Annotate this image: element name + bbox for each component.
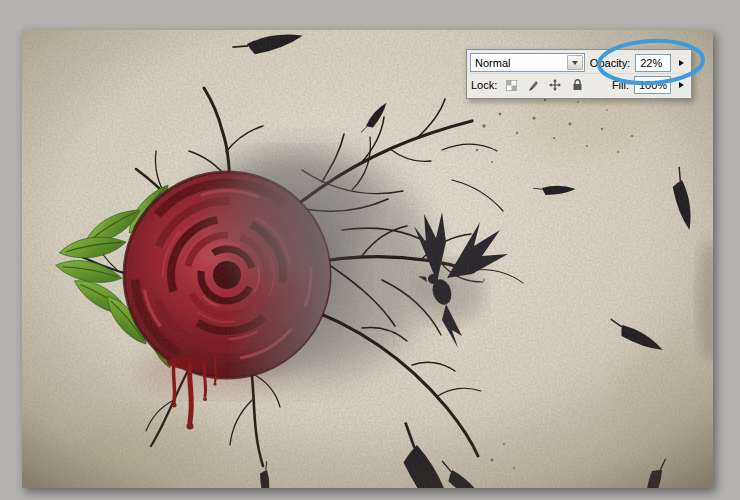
opacity-label: Opacity: (589, 57, 631, 69)
fill-label: Fill: (611, 79, 630, 91)
arrow-right-icon (679, 82, 684, 88)
fill-value: 100% (639, 79, 667, 91)
opacity-value: 22% (640, 57, 662, 69)
fill-popup-arrow-button[interactable] (675, 76, 688, 94)
checkerboard-icon (506, 80, 517, 91)
photoshop-workspace: Normal Opacity: 22% Lock: (0, 0, 740, 500)
blend-opacity-row: Normal Opacity: 22% (470, 52, 688, 74)
fill-input[interactable]: 100% (634, 76, 671, 94)
blend-mode-value: Normal (471, 57, 567, 69)
lock-all-button[interactable] (568, 77, 586, 94)
padlock-icon (572, 79, 583, 91)
lock-label: Lock: (470, 79, 498, 91)
layers-options-panel: Normal Opacity: 22% Lock: (466, 49, 692, 99)
brush-icon (527, 79, 539, 91)
lock-position-button[interactable] (546, 77, 564, 94)
chevron-down-icon[interactable] (567, 55, 583, 70)
lock-image-button[interactable] (524, 77, 542, 94)
move-arrows-icon (549, 79, 561, 91)
blend-mode-select[interactable]: Normal (470, 53, 585, 72)
lock-transparency-button[interactable] (502, 77, 520, 94)
opacity-input[interactable]: 22% (635, 54, 671, 72)
opacity-popup-arrow-button[interactable] (675, 54, 688, 72)
arrow-right-icon (679, 60, 684, 66)
lock-fill-row: Lock: (470, 74, 688, 96)
